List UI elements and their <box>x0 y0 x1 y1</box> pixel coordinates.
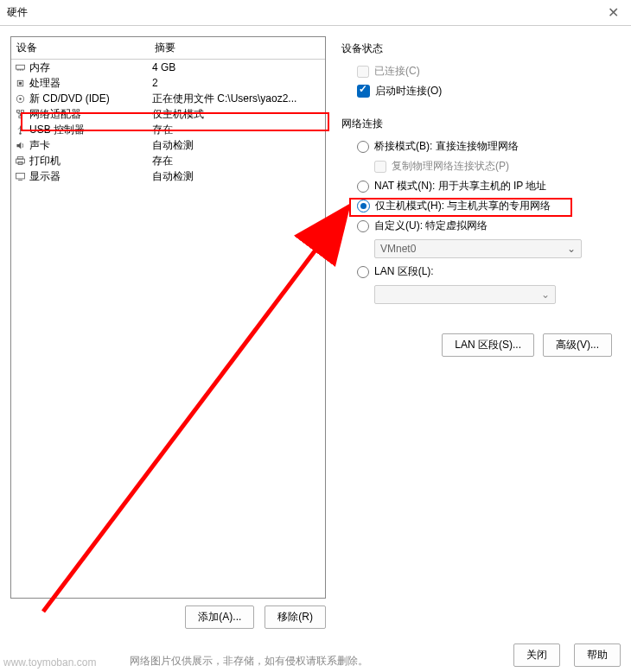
table-row[interactable]: 处理器 2 <box>11 75 325 91</box>
lan-radio[interactable] <box>357 266 369 278</box>
left-button-row: 添加(A)... 移除(R) <box>10 605 326 629</box>
connected-checkbox <box>357 66 369 78</box>
hostonly-radio-row[interactable]: 仅主机模式(H): 与主机共享的专用网络 <box>357 196 615 216</box>
device-summary: 2 <box>152 77 322 89</box>
device-name: 声卡 <box>29 138 152 153</box>
svg-rect-10 <box>16 110 19 111</box>
replicate-row: 复制物理网络连接状态(P) <box>357 156 615 176</box>
device-name: 打印机 <box>29 154 152 168</box>
add-button[interactable]: 添加(A)... <box>185 605 254 629</box>
device-summary: 自动检测 <box>152 138 322 153</box>
header-device[interactable]: 设备 <box>11 37 150 59</box>
watermark: www.toymoban.com <box>3 656 96 669</box>
nat-radio[interactable] <box>357 181 369 193</box>
hostonly-label: 仅主机模式(H): 与主机共享的专用网络 <box>375 199 551 213</box>
custom-label: 自定义(U): 特定虚拟网络 <box>374 219 488 233</box>
status-group-title: 设备状态 <box>341 38 615 61</box>
svg-rect-0 <box>16 65 24 69</box>
nat-radio-row[interactable]: NAT 模式(N): 用于共享主机的 IP 地址 <box>357 176 615 196</box>
usb-icon <box>14 124 26 136</box>
table-row[interactable]: USB 控制器 存在 <box>11 122 325 137</box>
table-row[interactable]: 内存 4 GB <box>11 60 325 75</box>
table-header: 设备 摘要 <box>11 37 325 60</box>
close-icon[interactable]: ✕ <box>602 4 624 21</box>
svg-rect-17 <box>16 173 24 179</box>
custom-radio[interactable] <box>357 220 369 232</box>
right-panel: 设备状态 已连接(C) 启动时连接(O) 网络连接 桥接模式(B): 直接连接物… <box>336 36 621 629</box>
table-row[interactable]: 新 CD/DVD (IDE) 正在使用文件 C:\Users\yaoz2... <box>11 91 325 106</box>
footer-buttons: 关闭 帮助 <box>513 643 621 667</box>
network-group-title: 网络连接 <box>341 113 615 136</box>
device-name: 处理器 <box>29 76 152 91</box>
svg-rect-11 <box>21 110 23 111</box>
disc-icon <box>14 92 26 105</box>
close-button[interactable]: 关闭 <box>513 643 560 667</box>
status-group-body: 已连接(C) 启动时连接(O) <box>341 61 615 113</box>
caption-text: 网络图片仅供展示，非存储，如有侵权请联系删除。 <box>130 654 368 669</box>
svg-rect-7 <box>18 81 21 84</box>
table-row[interactable]: 打印机 存在 <box>11 153 325 168</box>
device-summary: 4 GB <box>152 61 322 73</box>
connected-checkbox-row[interactable]: 已连接(C) <box>357 61 615 81</box>
connected-label: 已连接(C) <box>374 64 420 79</box>
hardware-table: 设备 摘要 内存 4 GB 处理器 2 新 CD/DVD (IDE) 正在使用文 <box>10 36 326 599</box>
left-panel: 设备 摘要 内存 4 GB 处理器 2 新 CD/DVD (IDE) 正在使用文 <box>10 36 326 629</box>
right-button-row: LAN 区段(S)... 高级(V)... <box>341 333 615 357</box>
display-icon <box>14 170 26 182</box>
device-name: 新 CD/DVD (IDE) <box>29 92 152 106</box>
connect-on-start-row[interactable]: 启动时连接(O) <box>357 81 615 101</box>
network-group-body: 桥接模式(B): 直接连接物理网络 复制物理网络连接状态(P) NAT 模式(N… <box>341 136 615 316</box>
lan-segment-select: ⌄ <box>374 285 556 304</box>
chevron-down-icon: ⌄ <box>541 288 550 301</box>
connect-on-start-checkbox[interactable] <box>357 85 370 98</box>
cpu-icon <box>14 77 26 89</box>
advanced-button[interactable]: 高级(V)... <box>543 333 612 357</box>
vmnet-value: VMnet0 <box>380 243 416 255</box>
device-name: 显示器 <box>29 169 152 184</box>
replicate-label: 复制物理网络连接状态(P) <box>392 159 509 174</box>
table-row[interactable]: 声卡 自动检测 <box>11 137 325 153</box>
hostonly-radio[interactable] <box>357 200 370 212</box>
device-name: USB 控制器 <box>29 123 152 137</box>
help-button[interactable]: 帮助 <box>574 643 621 667</box>
lan-label: LAN 区段(L): <box>374 264 434 279</box>
bridged-radio[interactable] <box>357 141 369 153</box>
table-row[interactable]: 显示器 自动检测 <box>11 168 325 184</box>
network-icon <box>14 108 26 120</box>
title-bar: 硬件 ✕ <box>0 0 631 26</box>
header-summary[interactable]: 摘要 <box>150 37 325 59</box>
nat-label: NAT 模式(N): 用于共享主机的 IP 地址 <box>374 179 546 193</box>
content-area: 设备 摘要 内存 4 GB 处理器 2 新 CD/DVD (IDE) 正在使用文 <box>0 26 631 639</box>
remove-button[interactable]: 移除(R) <box>265 605 326 629</box>
device-summary: 存在 <box>152 154 322 168</box>
device-summary: 仅主机模式 <box>152 107 322 122</box>
bridged-radio-row[interactable]: 桥接模式(B): 直接连接物理网络 <box>357 136 615 156</box>
custom-radio-row[interactable]: 自定义(U): 特定虚拟网络 <box>357 216 615 236</box>
lan-radio-row[interactable]: LAN 区段(L): <box>357 262 615 282</box>
chevron-down-icon: ⌄ <box>567 243 576 255</box>
sound-icon <box>14 139 26 151</box>
device-name: 内存 <box>29 60 152 75</box>
svg-rect-12 <box>18 116 21 117</box>
svg-point-13 <box>19 132 21 134</box>
memory-icon <box>14 61 26 73</box>
lan-segments-button[interactable]: LAN 区段(S)... <box>442 333 534 357</box>
svg-rect-15 <box>16 159 24 163</box>
window-title: 硬件 <box>7 5 28 20</box>
bridged-label: 桥接模式(B): 直接连接物理网络 <box>374 139 519 154</box>
table-body: 内存 4 GB 处理器 2 新 CD/DVD (IDE) 正在使用文件 C:\U… <box>11 60 325 184</box>
device-summary: 正在使用文件 C:\Users\yaoz2... <box>152 92 322 106</box>
svg-point-9 <box>19 98 21 99</box>
device-summary: 自动检测 <box>152 169 322 184</box>
printer-icon <box>14 155 26 167</box>
device-summary: 存在 <box>152 123 322 137</box>
replicate-checkbox <box>374 161 386 173</box>
connect-on-start-label: 启动时连接(O) <box>375 84 442 98</box>
device-name: 网络适配器 <box>29 107 152 122</box>
table-row[interactable]: 网络适配器 仅主机模式 <box>11 106 325 122</box>
vmnet-select: VMnet0 ⌄ <box>374 239 582 258</box>
